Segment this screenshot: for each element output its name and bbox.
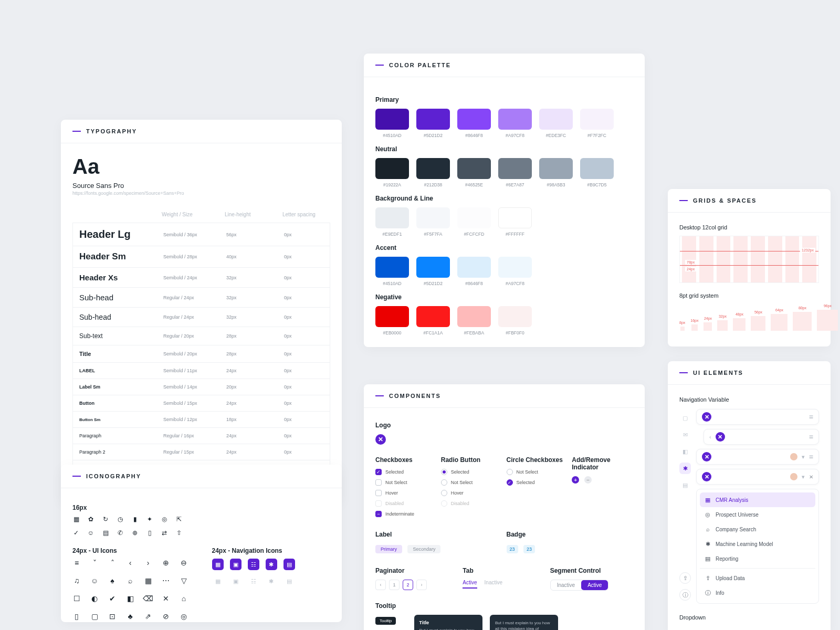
color-swatch: #FEBABA — [457, 306, 491, 335]
paginator-page[interactable]: 2 — [403, 580, 413, 590]
color-swatch: #FBF0F0 — [498, 306, 532, 335]
font-sample: Aa — [72, 155, 330, 178]
remove-indicator[interactable]: − — [584, 476, 592, 484]
checkbox-hover[interactable]: Hover — [375, 490, 437, 496]
card-title: GRIDS & SPACES — [693, 197, 757, 204]
type-row: LABELSemibold / 11px24px0px — [72, 362, 330, 379]
ui-icon: › — [144, 559, 152, 567]
menu-icon[interactable]: ≡ — [809, 413, 813, 421]
ui-icon: ✔ — [108, 594, 117, 603]
nav-bar-variant[interactable]: ✕▾≡ — [696, 449, 819, 465]
checkbox-selected[interactable]: ✓Selected — [375, 469, 437, 475]
tab-active[interactable]: Active — [463, 580, 477, 589]
nav-bar-variant[interactable]: ✕≡ — [696, 409, 819, 425]
font-link[interactable]: https://fonts.google.com/specimen/Source… — [72, 191, 330, 196]
nav-bar-variant[interactable]: ✕▾✕ — [696, 469, 819, 485]
space-token: 64px — [771, 308, 788, 331]
chevron-left-icon[interactable]: ‹ — [709, 434, 711, 440]
radio-unselected[interactable]: Not Select — [441, 479, 502, 486]
ui-elements-card: UI ELEMENTS Navigation Variable ▢ ✉ ◧ ✱ … — [668, 361, 831, 630]
type-table-header: Weight / Size Line-height Letter spacing — [72, 208, 330, 220]
avatar[interactable] — [790, 473, 797, 480]
bookmark-icon: ▮ — [131, 516, 139, 523]
paginator-page[interactable]: ‹ — [375, 580, 386, 590]
ui-icon: ⌫ — [144, 594, 152, 603]
tooltip-pill: Tooltip — [375, 617, 396, 625]
palette-group-label: Accent — [375, 244, 633, 251]
space-token: 48px — [733, 312, 746, 331]
radio-selected[interactable]: Selected — [441, 469, 502, 475]
rail-info-icon[interactable]: ⓘ — [679, 589, 691, 601]
card-title: COLOR PALETTE — [389, 62, 451, 68]
rail-icon-active[interactable]: ✱ — [679, 463, 691, 474]
ui-icon: ▦ — [144, 576, 152, 585]
tab-inactive[interactable]: Inactive — [485, 580, 502, 589]
paginator-page[interactable]: 1 — [389, 580, 400, 590]
radio-hover[interactable]: Hover — [441, 490, 502, 496]
checkbox-unselected[interactable]: Not Select — [375, 479, 437, 486]
rail-icon[interactable]: ▢ — [679, 412, 691, 424]
nav-icons-outline: ▦ ▣ ☷ ✱ ▤ — [212, 575, 331, 587]
avatar[interactable] — [790, 453, 797, 460]
rail-upload-icon[interactable]: ⇪ — [679, 572, 691, 584]
color-swatch: #F5F7FA — [416, 207, 450, 237]
ui-icon: ≡ — [72, 559, 81, 567]
color-swatch: #FFFFFF — [498, 207, 532, 237]
segment-active[interactable]: Active — [581, 580, 608, 590]
menu-item[interactable]: ⇪Upload Data — [700, 571, 815, 585]
phone-icon: ✆ — [117, 529, 124, 537]
icon-size-label: 24px - Navigation Icons — [212, 547, 331, 554]
section-label: Badge — [507, 531, 634, 538]
menu-item-icon: ▤ — [704, 555, 711, 562]
header-dash — [72, 476, 81, 477]
ui-icon: ♫ — [72, 576, 81, 585]
chevron-down-icon[interactable]: ▾ — [802, 474, 805, 480]
space-token: 16px — [690, 319, 698, 331]
font-name: Source Sans Pro — [72, 182, 330, 190]
icon-size-label: 24px - UI Icons — [72, 547, 191, 554]
nav-bar-variant[interactable]: ‹✕≡ — [704, 429, 819, 445]
ui-icon: ◐ — [90, 594, 99, 603]
menu-item-icon: ⌕ — [704, 526, 711, 533]
chevron-down-icon[interactable]: ▾ — [802, 454, 805, 460]
circle-checkbox-selected[interactable]: ✓Selected — [507, 479, 568, 486]
checkbox-indeterminate[interactable]: −Indeterminate — [375, 511, 437, 517]
menu-icon[interactable]: ≡ — [809, 433, 813, 441]
close-icon[interactable]: ✕ — [809, 474, 813, 480]
header-dash — [679, 372, 688, 373]
rail-icon[interactable]: ✉ — [679, 429, 691, 440]
color-swatch: #6E7A87 — [498, 158, 532, 187]
color-swatch: #4510AD — [375, 257, 409, 286]
paginator-page[interactable]: › — [416, 580, 427, 590]
color-swatch: #98A5B3 — [539, 158, 573, 187]
rail-icon[interactable]: ◧ — [679, 446, 691, 457]
section-label: Checkboxes — [375, 456, 437, 464]
card-title: UI ELEMENTS — [693, 370, 743, 376]
menu-item[interactable]: ◎Prospect Universe — [700, 507, 815, 522]
menu-icon[interactable]: ≡ — [809, 453, 813, 461]
section-label: Add/Remove Indicator — [572, 456, 633, 471]
menu-item[interactable]: ✱Machine Learning Model — [700, 537, 815, 551]
type-row: Sub-headRegular / 24px32px0px — [72, 287, 330, 308]
menu-item[interactable]: ⓘInfo — [700, 585, 815, 600]
rail-icon[interactable]: ▤ — [679, 479, 691, 491]
nav-icon-muted: ▣ — [230, 575, 242, 587]
type-row: TitleSemibold / 20px28px0px — [72, 345, 330, 363]
label-primary: Primary — [375, 545, 402, 553]
segment-inactive[interactable]: Inactive — [551, 580, 581, 590]
components-card: COMPONENTS Logo ✕ Checkboxes ✓Selected N… — [364, 384, 645, 630]
nav-icon-muted: ☷ — [248, 575, 259, 587]
color-swatch: #EDE3FC — [539, 109, 573, 138]
target-icon: ◎ — [161, 516, 168, 523]
menu-item[interactable]: ▤Reporting — [700, 551, 815, 566]
menu-item[interactable]: ▦CMR Analysis — [700, 492, 815, 507]
add-indicator[interactable]: + — [572, 476, 579, 484]
card-title: ICONOGRAPHY — [86, 473, 141, 479]
radio-disabled: Disabled — [441, 500, 502, 507]
star-icon: ✦ — [146, 516, 153, 523]
circle-checkbox-unselected[interactable]: Not Select — [507, 469, 568, 475]
menu-item[interactable]: ⌕Company Search — [700, 522, 815, 537]
nav-menu: ▦CMR Analysis◎Prospect Universe⌕Company … — [696, 489, 819, 604]
color-swatch: #5D21D2 — [416, 109, 450, 138]
ui-icon: ⊡ — [108, 612, 117, 621]
